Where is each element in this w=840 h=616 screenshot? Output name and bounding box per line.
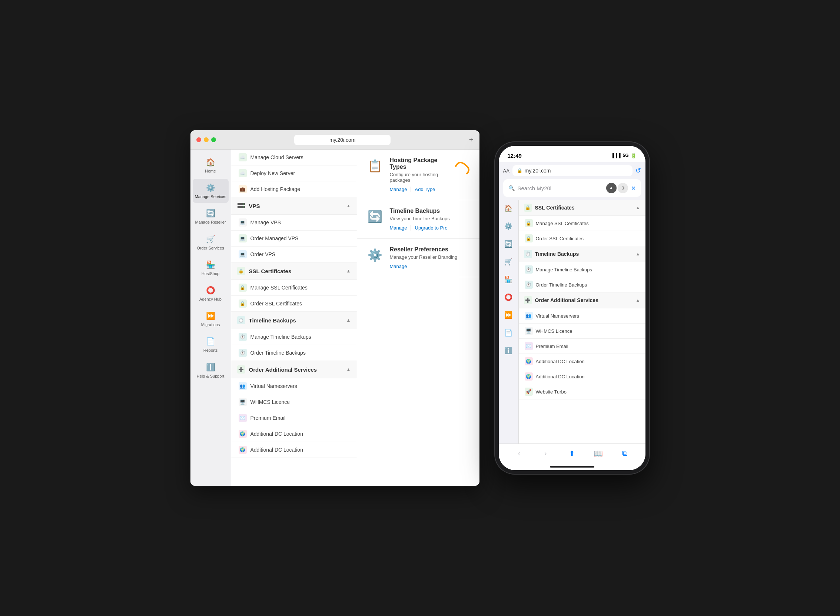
timeline-backups-manage-link[interactable]: Manage: [390, 225, 407, 231]
home-icon: 🏠: [205, 157, 216, 167]
phone-nav-item-premium-email[interactable]: ✉️ Premium Email: [519, 339, 646, 354]
order-additional-section-label: Order Additional Services: [249, 367, 317, 373]
nav-item-manage-timeline[interactable]: ⏱️ Manage Timeline Backups: [231, 329, 357, 345]
sidebar-item-help-support[interactable]: ℹ️ Help & Support: [193, 358, 229, 383]
phone-website-turbo-label: Website Turbo: [536, 389, 567, 395]
phone-wrapper: 12:49 ▐▐▐ 5G 🔋 AA 🔒 my.20i.com ↺ 🔍: [494, 141, 650, 475]
phone-order-ssl-label: Order SSL Certificates: [536, 236, 584, 241]
hosting-package-types-add-type-link[interactable]: Add Type: [415, 186, 435, 192]
traffic-light-yellow[interactable]: [204, 137, 209, 142]
phone-url-bar[interactable]: 🔒 my.20i.com: [512, 165, 633, 176]
hosting-package-types-icon: 📋: [366, 157, 384, 175]
phone-search-close-button[interactable]: ✕: [631, 185, 636, 192]
phone-nav-item-website-turbo[interactable]: 🚀 Website Turbo: [519, 384, 646, 399]
phone-nav-home-icon[interactable]: 🏠: [503, 203, 514, 214]
nav-section-ssl[interactable]: 🔒 SSL Certificates ▲: [231, 263, 357, 280]
phone-status-icons: ▐▐▐ 5G 🔋: [611, 153, 636, 158]
phone-share-button[interactable]: ⬆: [565, 447, 578, 460]
phone-nav-item-manage-timeline[interactable]: ⏱️ Manage Timeline Backups: [519, 262, 646, 277]
timeline-backups-title: Timeline Backups: [390, 208, 450, 214]
reseller-preferences-manage-link[interactable]: Manage: [390, 264, 407, 269]
nav-section-timeline[interactable]: ⏱️ Timeline Backups ▲: [231, 312, 357, 329]
phone-nav-item-additional-dc-2[interactable]: 🌍 Additional DC Location: [519, 369, 646, 384]
sidebar-item-order-services[interactable]: 🛒 Order Services: [193, 230, 229, 254]
traffic-light-green[interactable]: [211, 137, 216, 142]
phone-nav-item-manage-ssl[interactable]: 🔒 Manage SSL Certificates: [519, 216, 646, 231]
phone-bookmarks-button[interactable]: 📖: [592, 447, 605, 460]
nav-item-order-timeline[interactable]: ⏱️ Order Timeline Backups: [231, 345, 357, 361]
phone-aa-label[interactable]: AA: [503, 168, 509, 174]
sidebar-item-migrations[interactable]: ⏩ Migrations: [193, 307, 229, 331]
order-timeline-label: Order Timeline Backups: [250, 350, 306, 356]
additional-dc-1-icon: 🌍: [238, 430, 247, 438]
nav-item-order-managed-vps[interactable]: 💻 Order Managed VPS: [231, 231, 357, 246]
sidebar-item-reports[interactable]: 📄 Reports: [193, 333, 229, 356]
hosting-package-types-manage-link[interactable]: Manage: [390, 186, 407, 192]
new-tab-button[interactable]: +: [469, 135, 474, 144]
timeline-backups-upgrade-link[interactable]: Upgrade to Pro: [415, 225, 447, 231]
phone-premium-email-icon: ✉️: [525, 342, 533, 350]
sidebar-item-manage-reseller[interactable]: 🔄 Manage Reseller: [193, 204, 229, 229]
traffic-light-red[interactable]: [196, 137, 201, 142]
light-mode-button[interactable]: ☽: [618, 183, 628, 193]
nav-item-additional-dc-2[interactable]: 🌍 Additional DC Location: [231, 442, 357, 458]
nav-item-whmcs-licence[interactable]: 🖥️ WHMCS Licence: [231, 394, 357, 410]
manage-ssl-label: Manage SSL Certificates: [250, 285, 307, 290]
nav-section-vps[interactable]: VPS ▲: [231, 197, 357, 215]
phone-tabs-button[interactable]: ⧉: [618, 447, 631, 460]
sidebar-item-home[interactable]: 🏠 Home: [193, 153, 229, 177]
phone-nav-section-timeline[interactable]: ⏱️ Timeline Backups ▲: [519, 246, 646, 262]
phone-additional-dc-2-icon: 🌍: [525, 373, 533, 381]
nav-item-order-vps[interactable]: 💻 Order VPS: [231, 246, 357, 263]
nav-item-premium-email[interactable]: ✉️ Premium Email: [231, 410, 357, 426]
manage-vps-label: Manage VPS: [250, 220, 281, 226]
phone-nav-item-additional-dc-1[interactable]: 🌍 Additional DC Location: [519, 354, 646, 369]
phone-nav-order-icon[interactable]: 🛒: [503, 256, 514, 267]
manage-vps-icon: 💻: [238, 219, 247, 227]
nav-item-deploy-new-server[interactable]: ☁️ Deploy New Server: [231, 166, 357, 181]
migrations-icon: ⏩: [205, 311, 216, 321]
nav-item-order-ssl[interactable]: 🔒 Order SSL Certificates: [231, 296, 357, 312]
nav-item-additional-dc-1[interactable]: 🌍 Additional DC Location: [231, 426, 357, 442]
nav-item-manage-vps[interactable]: 💻 Manage VPS: [231, 215, 357, 231]
dark-mode-button[interactable]: ●: [606, 183, 616, 193]
content-card-timeline-backups: 🔄 Timeline Backups View your Timeline Ba…: [357, 200, 480, 239]
sidebar-label-order-services: Order Services: [197, 246, 224, 251]
phone-back-button[interactable]: ‹: [512, 447, 526, 460]
phone-nav-reseller-icon[interactable]: 🔄: [503, 238, 514, 249]
ssl-section-icon: 🔒: [237, 267, 245, 275]
nav-item-manage-ssl[interactable]: 🔒 Manage SSL Certificates: [231, 280, 357, 296]
phone-nav-manage-icon[interactable]: ⚙️: [503, 221, 514, 232]
phone-nav-reports-icon[interactable]: 📄: [503, 327, 514, 338]
phone-home-indicator: [499, 463, 646, 470]
content-card-hosting-package-types: 📋 Hosting Package Types Configure your h…: [357, 150, 480, 200]
phone-nav-item-order-timeline[interactable]: ⏱️ Order Timeline Backups: [519, 277, 646, 292]
url-input[interactable]: [294, 135, 391, 145]
sidebar-label-manage-reseller: Manage Reseller: [195, 220, 226, 225]
nav-section-order-additional[interactable]: ➕ Order Additional Services ▲: [231, 361, 357, 378]
sidebar-item-hostshop[interactable]: 🏪 HostShop: [193, 256, 229, 280]
battery-icon: 🔋: [631, 153, 637, 158]
phone-nav-section-order-additional[interactable]: ➕ Order Additional Services ▲: [519, 292, 646, 308]
nav-item-manage-cloud-servers[interactable]: ☁️ Manage Cloud Servers: [231, 150, 357, 166]
nav-item-virtual-nameservers[interactable]: 👥 Virtual Nameservers: [231, 378, 357, 394]
phone-nav-agency-icon[interactable]: ⭕: [503, 292, 514, 303]
phone-nav-migrations-icon[interactable]: ⏩: [503, 309, 514, 321]
phone-nav-section-ssl[interactable]: 🔒 SSL Certificates ▲: [519, 200, 646, 216]
phone-nav-hostshop-icon[interactable]: 🏪: [503, 274, 514, 285]
phone-nav-info-icon[interactable]: ℹ️: [503, 345, 514, 356]
order-services-icon: 🛒: [205, 234, 216, 244]
sidebar-item-manage-services[interactable]: ⚙️ Manage Services: [193, 179, 229, 203]
phone-reload-button[interactable]: ↺: [636, 167, 641, 175]
nav-item-add-hosting-package[interactable]: 💼 Add Hosting Package: [231, 181, 357, 197]
phone-left-nav: 🏠 ⚙️ 🔄 🛒 🏪 ⭕ ⏩ 📄 ℹ️: [499, 200, 519, 443]
content-card-reseller-preferences: ⚙️ Reseller Preferences Manage your Rese…: [357, 239, 480, 277]
phone-order-additional-section-label: Order Additional Services: [535, 297, 599, 303]
phone-nav-item-virtual-nameservers[interactable]: 👥 Virtual Nameservers: [519, 308, 646, 324]
phone-forward-button[interactable]: ›: [539, 447, 552, 460]
phone-nav-item-order-ssl[interactable]: 🔒 Order SSL Certificates: [519, 231, 646, 246]
sidebar-item-agency-hub[interactable]: ⭕ Agency Hub: [193, 282, 229, 305]
phone-nav-item-whmcs[interactable]: 🖥️ WHMCS Licence: [519, 324, 646, 339]
timeline-chevron-icon: ▲: [346, 318, 351, 323]
browser-content: 🏠 Home ⚙️ Manage Services 🔄 Manage Resel…: [190, 150, 480, 486]
